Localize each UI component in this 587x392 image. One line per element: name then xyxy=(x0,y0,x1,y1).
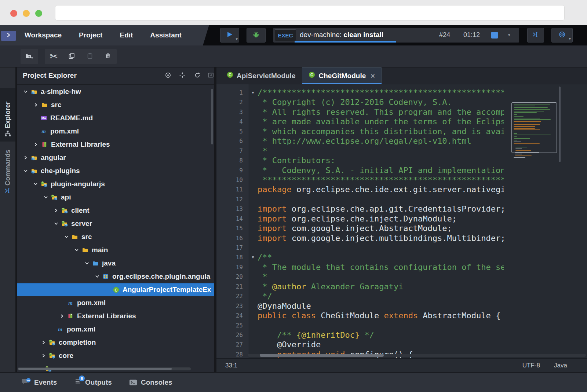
target-machines-button[interactable]: ▾ xyxy=(551,28,573,43)
tree-item-angularprojecttemplateex[interactable]: CAngularProjectTemplateEx xyxy=(17,283,214,296)
menu-item-workspace[interactable]: Workspace xyxy=(25,31,62,39)
debug-button[interactable] xyxy=(247,28,266,43)
tree-item-a-simple-hw[interactable]: a-simple-hw xyxy=(17,85,214,98)
code-line[interactable]: 12 xyxy=(216,195,504,204)
code-line[interactable]: 8 * Contributors: xyxy=(216,156,504,165)
code-line[interactable]: 19 * The module that contains configurat… xyxy=(216,263,504,272)
workspace-menu-button[interactable] xyxy=(1,31,16,41)
collapse-all-button[interactable] xyxy=(179,72,186,80)
tab-commands[interactable]: Commands xyxy=(0,147,15,199)
tree-item-external-libraries[interactable]: External Libraries xyxy=(17,138,214,151)
fold-marker-icon[interactable]: ▼ xyxy=(248,253,258,262)
chevron-down-icon[interactable] xyxy=(22,169,30,173)
code-line[interactable]: 18▼/** xyxy=(216,253,504,262)
cut-button[interactable]: ✂ xyxy=(45,52,62,62)
locate-file-button[interactable] xyxy=(164,72,172,80)
delete-button[interactable] xyxy=(99,53,116,60)
command-button[interactable] xyxy=(527,28,544,43)
code-line[interactable]: 21 * @author Alexander Garagatyi xyxy=(216,282,504,292)
tree-item-completion[interactable]: completion xyxy=(17,336,214,349)
tree-item-server[interactable]: server xyxy=(17,217,214,230)
paste-button[interactable] xyxy=(81,53,98,61)
chevron-right-icon[interactable] xyxy=(58,314,66,318)
menu-item-edit[interactable]: Edit xyxy=(120,31,133,39)
chevron-down-icon[interactable] xyxy=(93,274,101,279)
scrollbar-thumb[interactable] xyxy=(18,368,172,370)
menu-item-assistant[interactable]: Assistant xyxy=(150,31,182,39)
code-line[interactable]: 13import org.eclipse.che.api.git.Credent… xyxy=(216,204,504,214)
tab-consoles[interactable]: Consoles xyxy=(129,373,172,392)
tree-item-readme-md[interactable]: MREADME.md xyxy=(17,111,214,125)
tree-item-org-eclipse-che-plugin-angula[interactable]: org.eclipse.che.plugin.angula xyxy=(17,270,214,283)
code-line[interactable]: 5 * which accompanies this distribution,… xyxy=(216,127,504,136)
chevron-down-icon[interactable] xyxy=(62,235,70,239)
copy-button[interactable] xyxy=(63,53,80,61)
scrollbar-thumb[interactable] xyxy=(260,354,384,357)
tree-item-java[interactable]: java xyxy=(17,257,214,270)
tree-item-pom-xml[interactable]: mpom.xml xyxy=(17,125,214,138)
code-line[interactable]: 2 * Copyright (c) 2012-2016 Codenvy, S.A… xyxy=(216,98,504,107)
code-line[interactable]: 9 * Codenvy, S.A. - initial API and impl… xyxy=(216,166,504,175)
tree-item-src[interactable]: src xyxy=(17,98,214,111)
code-line[interactable]: 16import com.google.inject.multibindings… xyxy=(216,234,504,243)
code-viewport[interactable]: 1▼/*************************************… xyxy=(216,84,587,358)
code-line[interactable]: 17 xyxy=(216,243,504,253)
exec-status-widget[interactable]: EXEC dev-machine: clean install #24 01:1… xyxy=(273,28,519,43)
language-label[interactable]: Java xyxy=(554,359,567,372)
encoding-label[interactable]: UTF-8 xyxy=(522,359,540,372)
chevron-down-icon[interactable] xyxy=(52,221,60,226)
stop-button[interactable] xyxy=(491,32,498,39)
code-line[interactable]: 24public class CheGitModule extends Abst… xyxy=(216,311,504,320)
fold-marker-icon[interactable]: ▼ xyxy=(248,88,258,98)
tree-horizontal-scrollbar[interactable] xyxy=(18,367,191,370)
chevron-right-icon[interactable] xyxy=(22,155,30,160)
tree-item[interactable] xyxy=(17,362,214,372)
new-item-button[interactable] xyxy=(21,49,38,64)
tree-item-pom-xml[interactable]: mpom.xml xyxy=(17,296,214,309)
code-line[interactable]: 6 * http://www.eclipse.org/legal/epl-v10… xyxy=(216,136,504,146)
code-line[interactable]: 26 /** {@inheritDoc} */ xyxy=(216,330,504,340)
tree-item-che-plugins[interactable]: che-plugins xyxy=(17,164,214,177)
tab-events[interactable]: Events xyxy=(21,373,57,392)
code-line[interactable]: 10 *************************************… xyxy=(216,175,504,185)
tree-item-angular[interactable]: angular xyxy=(17,151,214,164)
chevron-down-icon[interactable] xyxy=(42,195,50,199)
editor-tab-apiservletmodule[interactable]: C ApiServletModule xyxy=(220,67,302,84)
chevron-right-icon[interactable] xyxy=(40,353,48,358)
chevron-down-icon[interactable]: ▾ xyxy=(508,33,510,37)
code-line[interactable]: 25 xyxy=(216,321,504,330)
run-button[interactable]: ▾ xyxy=(220,28,239,43)
chevron-right-icon[interactable] xyxy=(52,208,60,213)
menu-item-project[interactable]: Project xyxy=(79,31,102,39)
code-line[interactable]: 14import org.eclipse.che.inject.DynaModu… xyxy=(216,214,504,224)
hide-panel-button[interactable] xyxy=(207,72,214,80)
tree-item-client[interactable]: client xyxy=(17,204,214,217)
code-line[interactable]: 4 * are made available under the terms o… xyxy=(216,117,504,127)
tree-item-src[interactable]: src xyxy=(17,230,214,243)
code-line[interactable]: 22 */ xyxy=(216,292,504,301)
minimap-viewport[interactable] xyxy=(511,102,557,153)
editor-vertical-scrollbar[interactable] xyxy=(559,87,561,162)
code-line[interactable]: 27 @Override xyxy=(216,340,504,349)
code-line[interactable]: 20 * xyxy=(216,272,504,282)
chevron-down-icon[interactable] xyxy=(83,261,91,265)
chevron-down-icon[interactable] xyxy=(73,248,81,252)
chevron-down-icon[interactable] xyxy=(32,182,40,186)
editor-horizontal-scrollbar[interactable] xyxy=(248,354,586,357)
editor-tab-chegitmodule[interactable]: C CheGitModule × xyxy=(302,67,381,84)
maximize-window-button[interactable] xyxy=(35,10,42,17)
tree-vertical-scrollbar[interactable] xyxy=(211,89,213,144)
url-bar[interactable] xyxy=(55,5,565,21)
tree-item-core[interactable]: core xyxy=(17,349,214,362)
code-line[interactable]: 1▼/*************************************… xyxy=(216,88,504,98)
code-line[interactable]: 15import com.google.inject.AbstractModul… xyxy=(216,224,504,233)
chevron-right-icon[interactable] xyxy=(40,340,48,345)
chevron-right-icon[interactable] xyxy=(32,142,40,147)
code-line[interactable]: 3 * All rights reserved. This program an… xyxy=(216,107,504,117)
code-line[interactable]: 7 * xyxy=(216,146,504,156)
code-line[interactable]: 11package org.eclipse.che.ide.ext.git.se… xyxy=(216,185,504,194)
tree-item-pom-xml[interactable]: mpom.xml xyxy=(17,323,214,336)
minimize-window-button[interactable] xyxy=(23,10,30,17)
close-window-button[interactable] xyxy=(10,10,17,17)
tree-item-api[interactable]: api xyxy=(17,191,214,204)
